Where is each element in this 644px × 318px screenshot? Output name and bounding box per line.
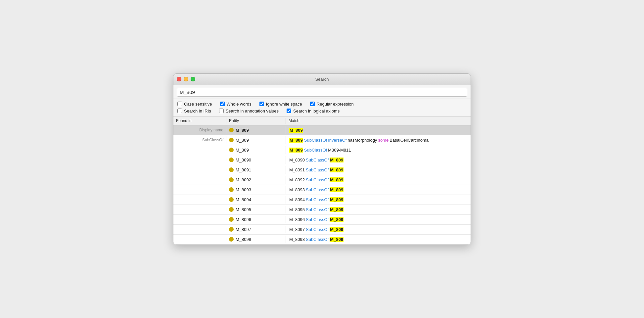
entity-name: M_8091 — [236, 167, 251, 172]
search-annotation-label: Search in annotation values — [226, 109, 279, 114]
match-cell: M_809 — [286, 126, 471, 134]
match-highlight: M_809 — [330, 167, 344, 172]
found-in-cell: Display name — [173, 126, 226, 134]
match-highlight: M_809 — [330, 217, 344, 222]
entity-dot-icon — [229, 158, 234, 162]
entity-name: M_809 — [236, 128, 249, 133]
case-sensitive-checkbox[interactable] — [177, 102, 182, 106]
entity-dot-icon — [229, 227, 234, 232]
table-row[interactable]: M_8096 M_8096 SubClassOf M_809 — [173, 215, 471, 225]
entity-name: M_8092 — [236, 177, 251, 182]
match-highlight: M_809 — [330, 227, 344, 232]
maximize-button[interactable] — [191, 77, 195, 81]
ignore-white-space-checkbox[interactable] — [259, 102, 264, 106]
search-iris-option[interactable]: Search in IRIs — [177, 109, 211, 114]
match-text: M809-M811 — [328, 148, 351, 153]
found-in-cell: SubClassOf — [173, 136, 226, 144]
regular-expression-option[interactable]: Regular expression — [310, 102, 354, 107]
ignore-white-space-option[interactable]: Ignore white space — [259, 102, 302, 107]
found-in-cell — [173, 188, 226, 191]
match-cell: M_8093 SubClassOf M_809 — [286, 186, 471, 194]
found-in-cell — [173, 228, 226, 231]
match-text: M_8097 — [289, 227, 305, 232]
regular-expression-checkbox[interactable] — [310, 102, 315, 106]
options-area: Case sensitive Whole words Ignore white … — [173, 99, 471, 116]
keyword-blue: SubClassOf — [306, 207, 329, 212]
case-sensitive-label: Case sensitive — [184, 102, 212, 107]
table-row[interactable]: M_8093 M_8093 SubClassOf M_809 — [173, 185, 471, 195]
search-input[interactable] — [177, 88, 467, 97]
entity-name: M_8098 — [236, 237, 251, 242]
table-row[interactable]: M_8092 M_8092 SubClassOf M_809 — [173, 175, 471, 185]
entity-dot-icon — [229, 138, 234, 142]
match-cell: M_8090 SubClassOf M_809 — [286, 156, 471, 164]
entity-dot-icon — [229, 177, 234, 182]
search-logical-option[interactable]: Search in logical axioms — [287, 109, 340, 114]
match-highlight: M_809 — [289, 128, 303, 133]
search-logical-label: Search in logical axioms — [293, 109, 340, 114]
entity-cell: M_8095 — [226, 206, 286, 213]
match-highlight: M_809 — [330, 187, 344, 192]
match-highlight: M_809 — [330, 207, 344, 212]
whole-words-label: Whole words — [227, 102, 252, 107]
keyword-blue: SubClassOf — [306, 187, 329, 192]
entity-dot-icon — [229, 167, 234, 172]
case-sensitive-option[interactable]: Case sensitive — [177, 102, 212, 107]
keyword-blue: SubClassOf — [306, 197, 329, 202]
match-highlight: M_809 — [330, 197, 344, 202]
whole-words-option[interactable]: Whole words — [220, 102, 252, 107]
table-row[interactable]: M_8091 M_8091 SubClassOf M_809 — [173, 165, 471, 175]
entity-name: M_8093 — [236, 187, 251, 192]
keyword-blue: SubClassOf — [306, 167, 329, 172]
match-cell: M_8096 SubClassOf M_809 — [286, 216, 471, 223]
found-in-cell — [173, 218, 226, 221]
entity-cell: M_8096 — [226, 216, 286, 223]
entity-name: M_8090 — [236, 158, 251, 162]
traffic-lights — [177, 77, 195, 81]
match-text: M_8095 — [289, 207, 305, 212]
match-cell: M_8098 SubClassOf M_809 — [286, 236, 471, 243]
table-row[interactable]: Display name M_809 M_809 — [173, 125, 471, 135]
table-row[interactable]: SubClassOf M_809 M_809 SubClassOf Invers… — [173, 135, 471, 145]
entity-cell: M_809 — [226, 146, 286, 154]
entity-dot-icon — [229, 207, 234, 212]
entity-dot-icon — [229, 217, 234, 222]
match-text: M_8096 — [289, 217, 305, 222]
match-highlight: M_809 — [289, 148, 303, 153]
search-logical-checkbox[interactable] — [287, 109, 291, 113]
regular-expression-label: Regular expression — [317, 102, 354, 107]
match-text: M_8091 — [289, 167, 305, 172]
match-cell: M_8094 SubClassOf M_809 — [286, 196, 471, 204]
entity-cell: M_8093 — [226, 186, 286, 194]
header-entity: Entity — [226, 118, 286, 124]
results-header: Found in Entity Match — [173, 116, 471, 125]
table-row[interactable]: M_8095 M_8095 SubClassOf M_809 — [173, 205, 471, 215]
entity-cell: M_8098 — [226, 236, 286, 243]
keyword-blue: SubClassOf — [304, 148, 327, 153]
match-cell: M_809 SubClassOf InverseOf hasMorphology… — [286, 136, 471, 144]
keyword-magenta: some — [378, 138, 389, 143]
entity-cell: M_8092 — [226, 176, 286, 184]
search-bar — [173, 85, 471, 99]
whole-words-checkbox[interactable] — [220, 102, 225, 106]
entity-name: M_8097 — [236, 227, 251, 232]
entity-dot-icon — [229, 148, 234, 152]
match-text: M_8093 — [289, 187, 305, 192]
close-button[interactable] — [177, 77, 181, 81]
match-cell: M_8097 SubClassOf M_809 — [286, 226, 471, 233]
entity-dot-icon — [229, 197, 234, 202]
entity-dot-icon — [229, 128, 234, 132]
minimize-button[interactable] — [184, 77, 188, 81]
search-annotation-checkbox[interactable] — [219, 109, 224, 113]
table-row[interactable]: M_8097 M_8097 SubClassOf M_809 — [173, 225, 471, 235]
entity-cell: M_8094 — [226, 196, 286, 204]
table-row[interactable]: M_8090 M_8090 SubClassOf M_809 — [173, 155, 471, 165]
search-iris-checkbox[interactable] — [177, 109, 182, 113]
table-row[interactable]: M_809 M_809 SubClassOf M809-M811 — [173, 145, 471, 155]
match-text: BasalCellCarcinoma — [390, 138, 429, 143]
match-text: M_8090 — [289, 158, 305, 162]
search-annotation-option[interactable]: Search in annotation values — [219, 109, 279, 114]
table-row[interactable]: M_8094 M_8094 SubClassOf M_809 — [173, 195, 471, 205]
keyword-blue: SubClassOf — [306, 227, 329, 232]
table-row[interactable]: M_8098 M_8098 SubClassOf M_809 — [173, 235, 471, 245]
